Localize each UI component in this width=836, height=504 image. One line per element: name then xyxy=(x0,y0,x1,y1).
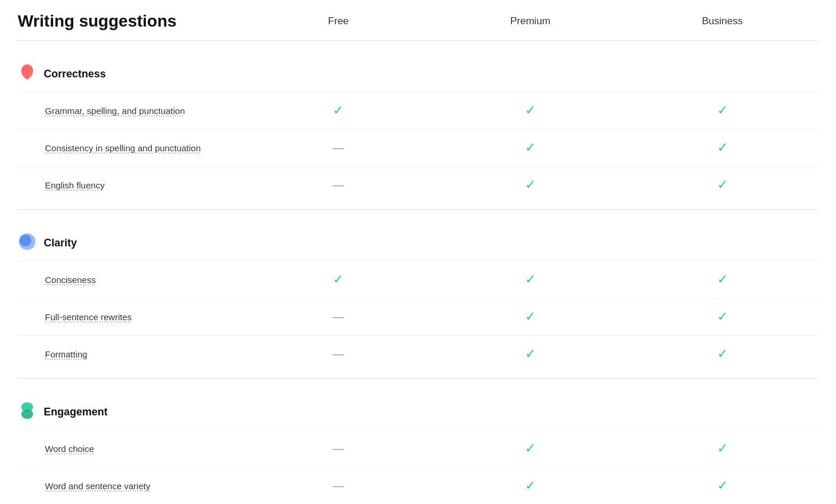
section-divider xyxy=(18,209,818,210)
feature-cell-premium: ✓ xyxy=(435,309,627,324)
feature-cell-free: — xyxy=(242,141,435,155)
svg-point-3 xyxy=(21,409,33,419)
feature-cell-premium: ✓ xyxy=(435,478,627,493)
check-icon: ✓ xyxy=(525,309,536,324)
dash-icon: — xyxy=(332,310,344,324)
section-header-clarity: Clarity xyxy=(18,216,818,261)
feature-row: Word choice—✓✓ xyxy=(18,430,818,467)
check-icon: ✓ xyxy=(525,103,536,118)
feature-label: Formatting xyxy=(18,349,242,359)
feature-cell-business: ✓ xyxy=(626,346,818,362)
feature-label: Full-sentence rewrites xyxy=(18,312,242,322)
feature-cell-business: ✓ xyxy=(626,140,818,155)
engagement-icon xyxy=(18,401,37,422)
feature-row: Grammar, spelling, and punctuation✓✓✓ xyxy=(18,92,818,129)
feature-cell-free: — xyxy=(242,310,435,324)
feature-cell-business: ✓ xyxy=(626,478,818,493)
feature-cell-premium: ✓ xyxy=(435,441,627,456)
check-icon: ✓ xyxy=(717,177,728,193)
feature-cell-business: ✓ xyxy=(626,441,818,456)
check-icon: ✓ xyxy=(333,272,344,287)
page-container: Writing suggestions Free Premium Busines… xyxy=(0,0,836,504)
feature-label: Word and sentence variety xyxy=(18,481,242,491)
feature-row: Word and sentence variety—✓✓ xyxy=(18,467,818,504)
feature-label: Word choice xyxy=(18,444,242,454)
dash-icon: — xyxy=(332,141,344,155)
col-header-free: Free xyxy=(242,15,435,27)
check-icon: ✓ xyxy=(717,478,728,493)
check-icon: ✓ xyxy=(525,140,536,155)
feature-row: Full-sentence rewrites—✓✓ xyxy=(18,298,818,335)
feature-label: English fluency xyxy=(18,180,242,190)
feature-cell-business: ✓ xyxy=(626,177,818,193)
check-icon: ✓ xyxy=(717,309,728,324)
check-icon: ✓ xyxy=(525,177,536,193)
check-icon: ✓ xyxy=(525,346,536,362)
check-icon: ✓ xyxy=(717,346,728,362)
check-icon: ✓ xyxy=(525,441,536,456)
feature-cell-business: ✓ xyxy=(626,309,818,324)
feature-cell-premium: ✓ xyxy=(435,140,627,155)
feature-cell-premium: ✓ xyxy=(435,103,627,118)
check-icon: ✓ xyxy=(525,478,536,493)
check-icon: ✓ xyxy=(717,272,728,287)
dash-icon: — xyxy=(332,442,344,456)
feature-label: Conciseness xyxy=(18,275,242,285)
section-header-engagement: Engagement xyxy=(18,385,818,430)
feature-cell-free: — xyxy=(242,347,435,361)
feature-row: Formatting—✓✓ xyxy=(18,335,818,372)
section-title-clarity: Clarity xyxy=(44,237,77,249)
header-row: Writing suggestions Free Premium Busines… xyxy=(18,12,818,41)
feature-row: Consistency in spelling and punctuation—… xyxy=(18,129,818,166)
section-title-engagement: Engagement xyxy=(44,406,108,418)
svg-point-1 xyxy=(20,235,31,246)
feature-row: English fluency—✓✓ xyxy=(18,166,818,203)
feature-cell-business: ✓ xyxy=(626,272,818,287)
feature-row: Conciseness✓✓✓ xyxy=(18,261,818,298)
feature-cell-free: — xyxy=(242,178,435,192)
sections-container: Correctness Grammar, spelling, and punct… xyxy=(18,47,818,504)
section-title-cell-correctness: Correctness xyxy=(18,63,242,84)
check-icon: ✓ xyxy=(525,272,536,287)
dash-icon: — xyxy=(332,479,344,493)
feature-label: Grammar, spelling, and punctuation xyxy=(18,106,242,116)
section-title-correctness: Correctness xyxy=(44,68,106,80)
col-header-premium: Premium xyxy=(435,15,627,27)
feature-cell-premium: ✓ xyxy=(435,346,627,362)
feature-cell-premium: ✓ xyxy=(435,177,627,193)
correctness-icon xyxy=(18,63,37,84)
section-header-correctness: Correctness xyxy=(18,47,818,92)
dash-icon: — xyxy=(332,347,344,361)
section-title-cell-engagement: Engagement xyxy=(18,401,242,422)
clarity-icon xyxy=(18,232,37,253)
feature-label: Consistency in spelling and punctuation xyxy=(18,143,242,153)
check-icon: ✓ xyxy=(717,441,728,456)
col-header-business: Business xyxy=(626,15,818,27)
page-title: Writing suggestions xyxy=(18,12,242,31)
section-title-cell-clarity: Clarity xyxy=(18,232,242,253)
feature-cell-business: ✓ xyxy=(626,103,818,118)
feature-cell-free: — xyxy=(242,479,435,493)
feature-cell-premium: ✓ xyxy=(435,272,627,287)
feature-cell-free: ✓ xyxy=(242,103,435,118)
check-icon: ✓ xyxy=(333,103,344,118)
feature-cell-free: — xyxy=(242,442,435,456)
check-icon: ✓ xyxy=(717,103,728,118)
section-divider xyxy=(18,378,818,379)
dash-icon: — xyxy=(332,178,344,192)
check-icon: ✓ xyxy=(717,140,728,155)
feature-cell-free: ✓ xyxy=(242,272,435,287)
